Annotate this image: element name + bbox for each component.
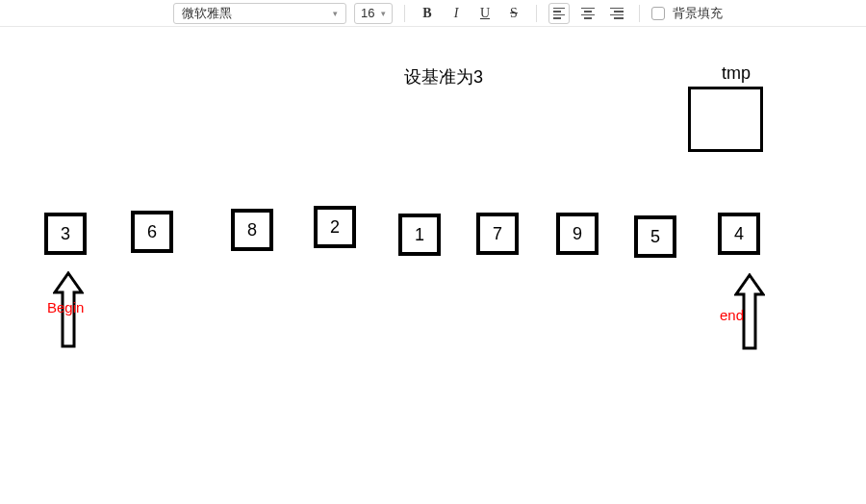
font-size-value: 16 — [361, 6, 374, 20]
font-family-select[interactable]: 微软雅黑 ▾ — [173, 3, 346, 24]
toolbar-divider — [639, 5, 640, 22]
tmp-label[interactable]: tmp — [722, 63, 751, 84]
end-pointer-label[interactable]: end — [720, 307, 744, 323]
italic-button[interactable]: I — [446, 3, 467, 24]
array-cell[interactable]: 5 — [634, 215, 676, 258]
font-size-select[interactable]: 16 ▾ — [354, 3, 393, 24]
array-cell[interactable]: 6 — [131, 211, 173, 253]
array-cell[interactable]: 4 — [718, 213, 760, 255]
tmp-box[interactable] — [688, 87, 763, 152]
align-right-button[interactable] — [606, 3, 627, 24]
toolbar-divider — [404, 5, 405, 22]
align-center-button[interactable] — [577, 3, 599, 24]
bold-button[interactable]: B — [417, 3, 438, 24]
begin-pointer-label[interactable]: Begin — [47, 299, 84, 315]
align-left-button[interactable] — [548, 3, 570, 24]
diagram-title[interactable]: 设基准为3 — [404, 65, 483, 88]
array-cell[interactable]: 7 — [476, 213, 519, 255]
toolbar-divider — [536, 5, 537, 22]
formatting-toolbar: 微软雅黑 ▾ 16 ▾ B I U S 背景填充 — [0, 0, 866, 27]
chevron-down-icon: ▾ — [381, 9, 386, 18]
array-cell[interactable]: 1 — [398, 214, 441, 256]
chevron-down-icon: ▾ — [333, 9, 338, 18]
array-cell[interactable]: 3 — [44, 213, 87, 255]
strikethrough-button[interactable]: S — [503, 3, 524, 24]
array-cell[interactable]: 2 — [314, 206, 356, 248]
array-cell[interactable]: 8 — [231, 209, 273, 251]
bgfill-label: 背景填充 — [673, 5, 723, 22]
array-cell[interactable]: 9 — [556, 213, 599, 255]
bgfill-checkbox[interactable] — [651, 7, 665, 20]
drawing-canvas[interactable]: 设基准为3 tmp 3 6 8 2 1 7 9 5 4 Begin end — [0, 27, 866, 504]
font-family-value: 微软雅黑 — [182, 5, 232, 22]
underline-button[interactable]: U — [474, 3, 496, 24]
